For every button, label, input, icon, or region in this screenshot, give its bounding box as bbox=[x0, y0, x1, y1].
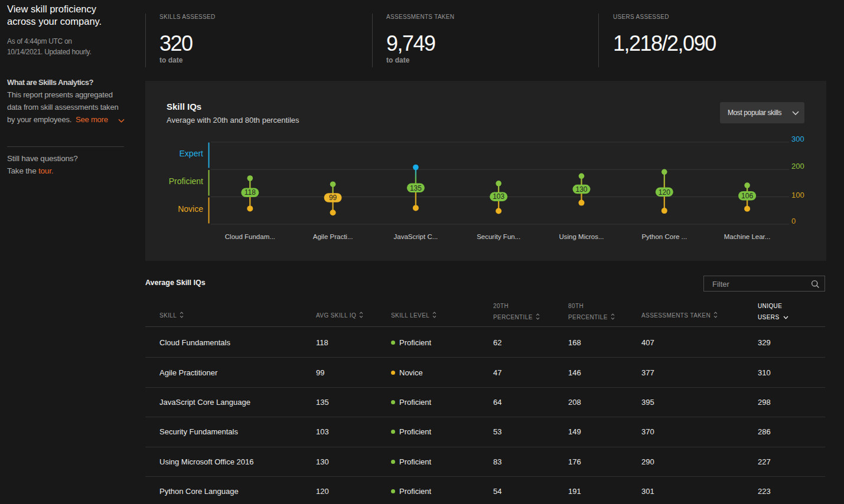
svg-text:JavaScript C...: JavaScript C... bbox=[394, 233, 438, 240]
svg-text:118: 118 bbox=[245, 188, 256, 197]
svg-text:Expert: Expert bbox=[180, 149, 204, 158]
svg-text:200: 200 bbox=[791, 162, 804, 171]
svg-text:Security Fun...: Security Fun... bbox=[477, 233, 520, 240]
svg-text:Proficient: Proficient bbox=[169, 176, 203, 186]
svg-text:300: 300 bbox=[791, 135, 804, 143]
svg-text:Agile Practi...: Agile Practi... bbox=[313, 233, 353, 240]
svg-text:0: 0 bbox=[791, 217, 796, 225]
svg-text:Python Core ...: Python Core ... bbox=[641, 233, 687, 240]
svg-text:120: 120 bbox=[659, 188, 670, 197]
svg-text:135: 135 bbox=[410, 184, 422, 192]
svg-text:Using Micros...: Using Micros... bbox=[559, 233, 604, 240]
svg-text:Machine Lear...: Machine Lear... bbox=[724, 233, 771, 240]
svg-text:103: 103 bbox=[493, 192, 504, 201]
svg-text:99: 99 bbox=[329, 194, 337, 202]
svg-text:Cloud Fundam...: Cloud Fundam... bbox=[225, 233, 275, 240]
svg-text:106: 106 bbox=[741, 192, 753, 200]
svg-text:100: 100 bbox=[791, 191, 804, 199]
svg-text:Novice: Novice bbox=[178, 204, 203, 214]
svg-text:130: 130 bbox=[575, 185, 587, 194]
